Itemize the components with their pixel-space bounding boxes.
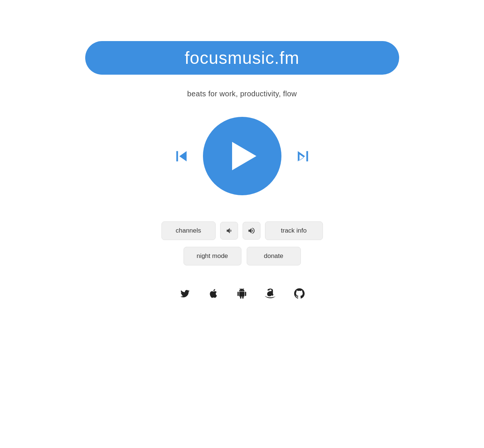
apple-icon: [208, 288, 219, 299]
night-mode-button[interactable]: night mode: [184, 247, 241, 265]
volume-down-icon: [225, 227, 233, 235]
amazon-icon: [265, 288, 276, 299]
github-link[interactable]: [294, 288, 305, 299]
controls-row-2: night mode donate: [184, 247, 301, 265]
apple-link[interactable]: [208, 288, 219, 299]
volume-up-button[interactable]: [243, 222, 261, 240]
skip-forward-button[interactable]: [293, 146, 313, 167]
skip-forward-icon: [293, 146, 313, 167]
volume-down-button[interactable]: [220, 222, 238, 240]
volume-up-icon: [247, 227, 256, 235]
skip-back-button[interactable]: [171, 146, 192, 167]
skip-back-icon: [171, 146, 192, 167]
android-icon: [237, 288, 247, 299]
tagline: beats for work, productivity, flow: [187, 90, 297, 98]
donate-button[interactable]: donate: [247, 247, 301, 265]
play-icon: [232, 142, 256, 170]
controls-row-1: channels track info: [161, 221, 323, 240]
site-logo: focusmusic.fm: [185, 48, 299, 68]
track-info-button[interactable]: track info: [265, 221, 323, 240]
player-section: [171, 117, 313, 195]
play-button[interactable]: [203, 117, 281, 195]
twitter-link[interactable]: [180, 288, 190, 299]
social-row: [180, 288, 305, 299]
logo-bar: focusmusic.fm: [85, 41, 399, 75]
channels-button[interactable]: channels: [161, 221, 216, 240]
android-link[interactable]: [237, 288, 247, 299]
amazon-link[interactable]: [265, 288, 276, 299]
twitter-icon: [180, 288, 190, 299]
github-icon: [294, 288, 305, 299]
